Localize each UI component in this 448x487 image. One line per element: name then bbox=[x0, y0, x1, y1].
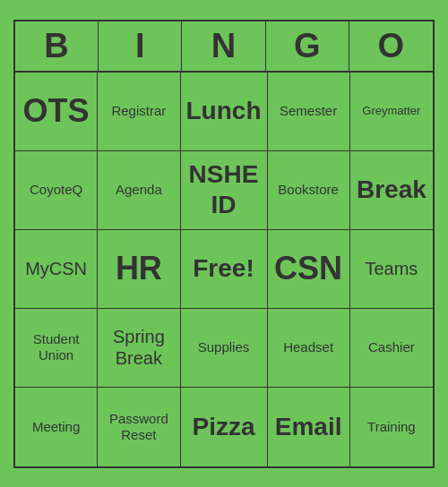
bingo-cell: Break bbox=[350, 151, 433, 230]
header-letter: G bbox=[266, 21, 349, 71]
header-letter: B bbox=[15, 21, 99, 71]
bingo-cell: Pizza bbox=[181, 388, 268, 466]
bingo-cell: Cashier bbox=[350, 309, 433, 388]
bingo-cell: Email bbox=[268, 388, 350, 466]
bingo-cell: SpringBreak bbox=[98, 309, 180, 388]
bingo-header: BINGO bbox=[15, 21, 433, 73]
bingo-cell: OTS bbox=[15, 73, 98, 151]
header-letter: N bbox=[182, 21, 265, 71]
bingo-cell: Registrar bbox=[98, 73, 180, 151]
bingo-cell: CoyoteQ bbox=[15, 151, 98, 230]
bingo-cell: Lunch bbox=[181, 73, 268, 151]
bingo-cell: Agenda bbox=[98, 151, 180, 230]
bingo-cell: Supplies bbox=[181, 309, 268, 388]
header-letter: O bbox=[349, 21, 433, 71]
bingo-cell: Free! bbox=[181, 230, 268, 309]
bingo-cell: Teams bbox=[350, 230, 433, 309]
bingo-cell: HR bbox=[98, 230, 180, 309]
bingo-cell: PasswordReset bbox=[98, 388, 180, 466]
bingo-cell: Semester bbox=[268, 73, 350, 151]
bingo-cell: NSHEID bbox=[181, 151, 268, 230]
bingo-cell: CSN bbox=[268, 230, 350, 309]
header-letter: I bbox=[99, 21, 182, 71]
bingo-cell: StudentUnion bbox=[15, 309, 98, 388]
bingo-cell: Greymatter bbox=[350, 73, 433, 151]
bingo-cell: Meeting bbox=[15, 388, 98, 466]
bingo-grid: OTSRegistrarLunchSemesterGreymatterCoyot… bbox=[15, 73, 433, 466]
bingo-card: BINGO OTSRegistrarLunchSemesterGreymatte… bbox=[13, 20, 435, 468]
bingo-cell: Training bbox=[350, 388, 433, 466]
bingo-cell: Bookstore bbox=[268, 151, 350, 230]
bingo-cell: Headset bbox=[268, 309, 350, 388]
bingo-cell: MyCSN bbox=[15, 230, 98, 309]
